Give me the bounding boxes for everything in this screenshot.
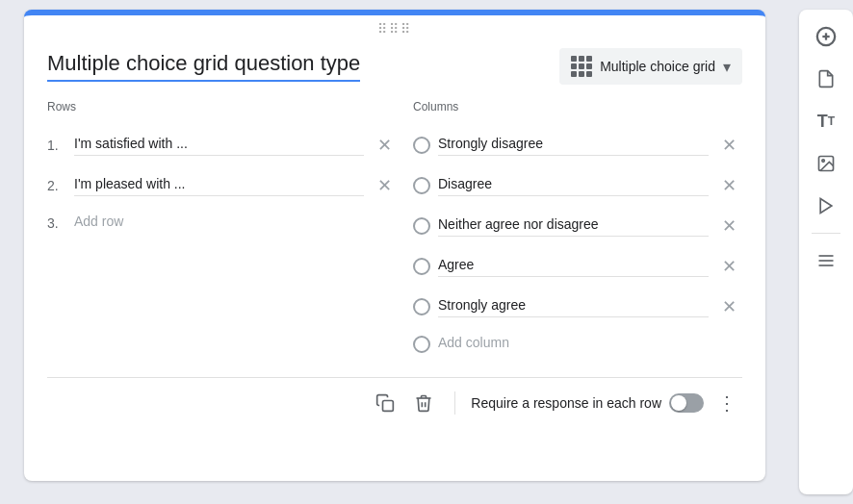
- video-button[interactable]: [807, 187, 845, 225]
- sidebar-divider: [812, 233, 840, 234]
- list-item: 1. I'm satisfied with ... ✕: [47, 125, 398, 165]
- main-area: ⠿⠿⠿ Multiple choice grid question type M…: [0, 0, 789, 504]
- add-row-placeholder[interactable]: Add row: [74, 214, 398, 233]
- import-icon-button[interactable]: [807, 60, 845, 98]
- card-header: Multiple choice grid question type Multi…: [24, 40, 765, 100]
- col-text[interactable]: Neither agree nor disagree: [438, 216, 709, 237]
- remove-row-1-button[interactable]: ✕: [372, 133, 398, 158]
- col-text[interactable]: Agree: [438, 257, 709, 277]
- question-card: ⠿⠿⠿ Multiple choice grid question type M…: [24, 10, 765, 481]
- row-number: 2.: [47, 178, 66, 193]
- row-text[interactable]: I'm pleased with ...: [74, 176, 364, 196]
- list-item: Disagree ✕: [413, 165, 742, 206]
- svg-point-5: [822, 160, 825, 163]
- list-item: 3. Add row: [47, 206, 398, 240]
- add-column-placeholder[interactable]: Add column: [438, 335, 742, 354]
- footer: Require a response in each row ⋮: [24, 378, 765, 428]
- columns-section: Columns Strongly disagree ✕ Disagree ✕ N…: [413, 100, 742, 362]
- section-button[interactable]: [807, 241, 845, 280]
- remove-col-1-button[interactable]: ✕: [716, 173, 742, 198]
- radio-icon: [413, 177, 430, 194]
- radio-icon: [413, 217, 430, 235]
- row-number: 1.: [47, 138, 66, 153]
- vertical-divider: [454, 391, 455, 415]
- grid-icon: [571, 56, 592, 77]
- row-text[interactable]: I'm satisfied with ...: [74, 136, 364, 156]
- svg-marker-6: [820, 199, 832, 214]
- content-area: Rows 1. I'm satisfied with ... ✕ 2. I'm …: [24, 100, 765, 369]
- radio-icon: [413, 336, 430, 353]
- col-text[interactable]: Strongly agree: [438, 297, 709, 317]
- image-button[interactable]: [807, 144, 845, 183]
- text-button[interactable]: TT: [807, 102, 845, 140]
- remove-col-4-button[interactable]: ✕: [716, 294, 742, 319]
- remove-col-2-button[interactable]: ✕: [716, 214, 742, 239]
- remove-row-2-button[interactable]: ✕: [372, 173, 398, 198]
- remove-col-0-button[interactable]: ✕: [716, 133, 742, 158]
- right-sidebar: TT: [799, 10, 853, 494]
- add-question-button[interactable]: [807, 17, 845, 56]
- question-type-label: Multiple choice grid: [600, 59, 715, 74]
- require-toggle[interactable]: [669, 393, 704, 413]
- list-item: Strongly disagree ✕: [413, 125, 742, 165]
- radio-icon: [413, 137, 430, 154]
- radio-icon: [413, 298, 430, 315]
- require-label: Require a response in each row: [471, 395, 661, 411]
- list-item: Neither agree nor disagree ✕: [413, 206, 742, 246]
- list-item: Agree ✕: [413, 246, 742, 287]
- question-type-button[interactable]: Multiple choice grid ▾: [559, 48, 742, 85]
- row-number: 3.: [47, 215, 66, 231]
- copy-button[interactable]: [370, 388, 401, 418]
- col-text[interactable]: Strongly disagree: [438, 136, 709, 156]
- more-options-button[interactable]: ⋮: [711, 386, 742, 420]
- radio-icon: [413, 258, 430, 275]
- col-text[interactable]: Disagree: [438, 176, 709, 196]
- drag-handle[interactable]: ⠿⠿⠿: [24, 15, 765, 40]
- toggle-knob: [671, 395, 686, 411]
- svg-rect-0: [383, 401, 394, 412]
- chevron-down-icon: ▾: [723, 58, 731, 76]
- remove-col-3-button[interactable]: ✕: [716, 254, 742, 279]
- list-item: 2. I'm pleased with ... ✕: [47, 165, 398, 206]
- rows-label: Rows: [47, 100, 398, 113]
- question-title: Multiple choice grid question type: [47, 51, 360, 82]
- list-item: Add column: [413, 327, 742, 362]
- delete-button[interactable]: [408, 388, 439, 418]
- rows-section: Rows 1. I'm satisfied with ... ✕ 2. I'm …: [47, 100, 413, 362]
- list-item: Strongly agree ✕: [413, 287, 742, 327]
- columns-label: Columns: [413, 100, 742, 113]
